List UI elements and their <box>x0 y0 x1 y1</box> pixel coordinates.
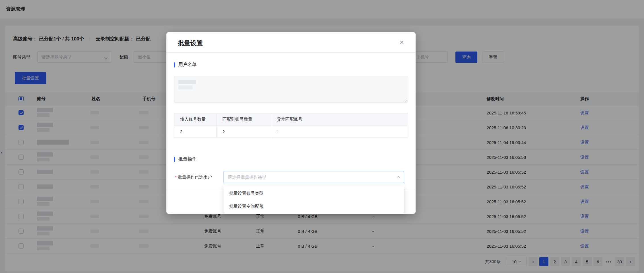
option-batch-set-account-type[interactable]: 批量设置账号类型 <box>224 187 404 200</box>
modal-header: 批量设置 ✕ <box>166 32 416 53</box>
close-icon[interactable]: ✕ <box>399 39 404 46</box>
redacted-user-entry <box>178 85 193 89</box>
match-result-table: 输入账号数量 匹配到账号数量 异常匹配账号 2 2 - <box>174 113 408 138</box>
user-list-textarea[interactable] <box>174 76 408 103</box>
redacted-user-entry <box>178 80 196 84</box>
match-matched-count: 2 <box>217 126 271 137</box>
chevron-up-icon <box>397 176 400 181</box>
option-batch-set-space-quota[interactable]: 批量设置空间配额 <box>224 200 404 213</box>
match-abnormal: - <box>271 126 408 137</box>
user-list-section-title: 用户名单 <box>174 62 197 68</box>
modal-title: 批量设置 <box>178 39 203 48</box>
match-input-count: 2 <box>174 126 217 137</box>
resize-handle-icon[interactable] <box>404 98 407 102</box>
match-col-matched-count: 匹配到账号数量 <box>217 113 271 126</box>
section-bar <box>174 157 175 162</box>
batch-operation-section-title: 批量操作 <box>174 156 197 162</box>
batch-operation-select[interactable]: 请选择批量操作类型 <box>224 171 404 183</box>
batch-operation-placeholder: 请选择批量操作类型 <box>224 175 266 180</box>
match-col-abnormal: 异常匹配账号 <box>271 113 408 126</box>
batch-operation-dropdown: 批量设置账号类型 批量设置空间配额 <box>224 186 404 214</box>
section-bar <box>174 62 175 67</box>
batch-operation-field-label: * 批量操作已选用户 <box>175 171 212 183</box>
match-col-input-count: 输入账号数量 <box>174 113 217 126</box>
required-mark: * <box>175 175 177 180</box>
